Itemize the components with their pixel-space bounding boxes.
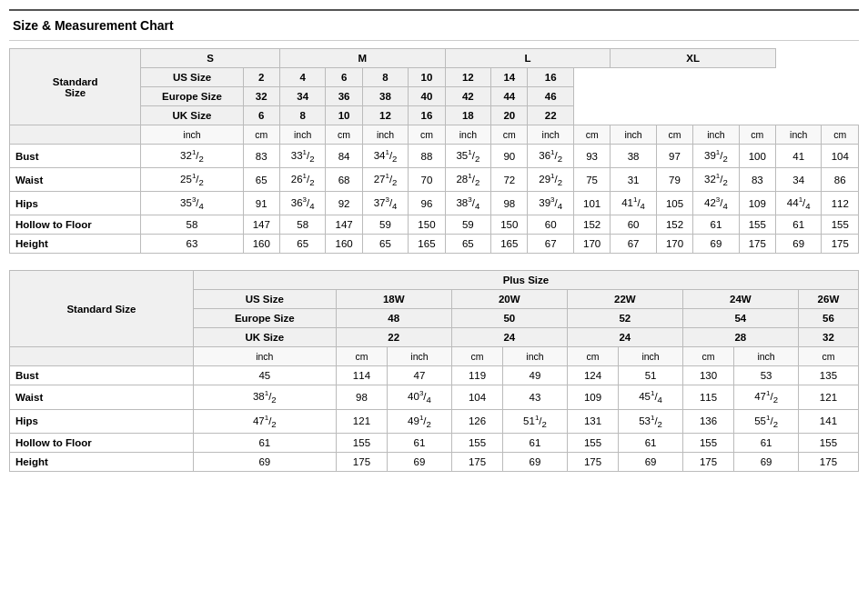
col-plus: Plus Size xyxy=(193,271,858,290)
eu-size-header: Europe Size xyxy=(141,87,243,106)
plus-uk-24b: 24 xyxy=(567,328,682,347)
us-size-14: 14 xyxy=(491,68,528,87)
uk-size-header: UK Size xyxy=(141,106,243,125)
eu-size-44: 44 xyxy=(491,87,528,106)
eu-size-34: 34 xyxy=(279,87,326,106)
plus-uk-28: 28 xyxy=(682,328,798,347)
eu-size-32: 32 xyxy=(243,87,279,106)
us-size-16: 16 xyxy=(528,68,574,87)
uk-size-18: 18 xyxy=(445,106,491,125)
eu-size-40: 40 xyxy=(409,87,445,106)
us-size-2: 2 xyxy=(243,68,279,87)
plus-hollow-row: Hollow to Floor 61155 61155 61155 61155 … xyxy=(10,433,859,452)
plus-eu-56: 56 xyxy=(798,309,858,328)
plus-us-size-header: US Size xyxy=(193,290,336,309)
us-size-8: 8 xyxy=(362,68,409,87)
eu-size-36: 36 xyxy=(326,87,362,106)
eu-size-38: 38 xyxy=(362,87,409,106)
uk-size-6: 6 xyxy=(243,106,279,125)
col-m: M xyxy=(279,49,445,68)
size-chart-table-1: StandardSize S M L XL US Size 2 4 6 8 10… xyxy=(9,48,859,254)
plus-unit-row: inchcm inchcm inchcm inchcm inchcm xyxy=(10,347,859,366)
plus-uk-24: 24 xyxy=(451,328,567,347)
us-size-10: 10 xyxy=(409,68,445,87)
plus-height-row: Height 69175 69175 69175 69175 69175 xyxy=(10,452,859,471)
us-size-6: 6 xyxy=(326,68,362,87)
plus-20w: 20W xyxy=(451,290,567,309)
col-standard-size: StandardSize xyxy=(10,49,141,125)
col-l: L xyxy=(445,49,611,68)
us-size-4: 4 xyxy=(279,68,326,87)
col-s: S xyxy=(141,49,280,68)
col-xl: XL xyxy=(611,49,776,68)
hips-row: Hips 353/491 363/492 373/496 383/498 393… xyxy=(10,192,859,215)
eu-size-42: 42 xyxy=(445,87,491,106)
uk-size-16: 16 xyxy=(409,106,445,125)
plus-eu-48: 48 xyxy=(336,309,451,328)
size-chart-table-2: Standard Size Plus Size US Size 18W 20W … xyxy=(9,270,859,471)
plus-26w: 26W xyxy=(798,290,858,309)
us-size-12: 12 xyxy=(445,68,491,87)
us-size-header: US Size xyxy=(141,68,243,87)
plus-waist-row: Waist 381/298 403/4104 43109 451/4115 47… xyxy=(10,385,859,409)
plus-uk-32: 32 xyxy=(798,328,858,347)
bust-row: Bust 321/283 331/284 341/288 351/290 361… xyxy=(10,145,859,168)
waist-row: Waist 251/265 261/268 271/270 281/272 29… xyxy=(10,168,859,192)
page-title: Size & Measurement Chart xyxy=(9,9,859,41)
uk-size-10: 10 xyxy=(326,106,362,125)
plus-18w: 18W xyxy=(336,290,451,309)
uk-size-20: 20 xyxy=(491,106,528,125)
plus-hips-row: Hips 471/2121 491/2126 511/2131 531/2136… xyxy=(10,409,859,433)
eu-size-46: 46 xyxy=(528,87,574,106)
uk-size-22: 22 xyxy=(528,106,574,125)
plus-eu-50: 50 xyxy=(451,309,567,328)
plus-eu-size-header: Europe Size xyxy=(193,309,336,328)
unit-cm: cm xyxy=(243,125,279,145)
plus-bust-row: Bust 45114 47119 49124 51130 53135 xyxy=(10,366,859,385)
plus-eu-54: 54 xyxy=(682,309,798,328)
unit-inch: inch xyxy=(141,125,243,145)
uk-size-8: 8 xyxy=(279,106,326,125)
plus-eu-52: 52 xyxy=(567,309,682,328)
uk-size-12: 12 xyxy=(362,106,409,125)
col-standard-size-2: Standard Size xyxy=(10,271,194,347)
plus-uk-size-header: UK Size xyxy=(193,328,336,347)
plus-uk-22: 22 xyxy=(336,328,451,347)
plus-22w: 22W xyxy=(567,290,682,309)
hollow-floor-row: Hollow to Floor 58147 58147 59150 59150 … xyxy=(10,215,859,235)
height-row: Height 63160 65160 65165 65165 67170 671… xyxy=(10,235,859,254)
plus-24w: 24W xyxy=(682,290,798,309)
